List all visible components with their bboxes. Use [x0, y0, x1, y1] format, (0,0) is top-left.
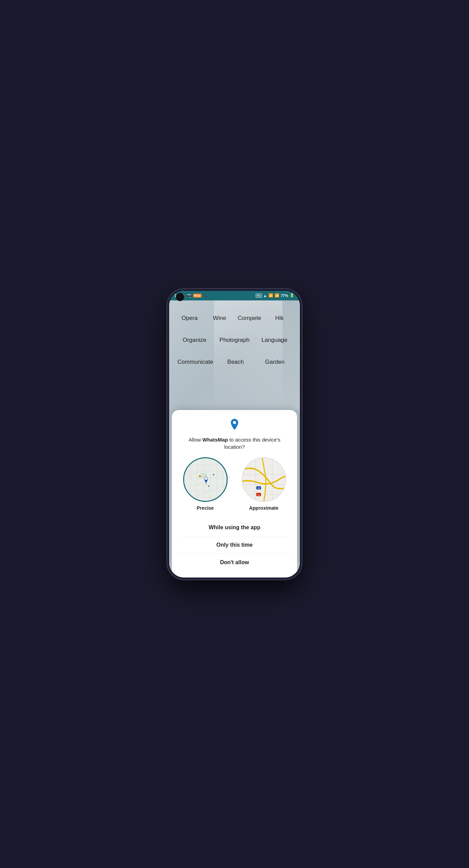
- approximate-map-svg: 10 15: [242, 458, 286, 501]
- precise-label: Precise: [197, 505, 214, 511]
- svg-point-20: [208, 485, 209, 487]
- svg-point-23: [205, 483, 207, 484]
- category-beach[interactable]: Beach: [216, 351, 255, 373]
- status-bar: 12:43 📷 W22 📞 5G ▲ 📶 📶 77% 🔋: [169, 291, 300, 300]
- phone-frame: 12:43 📷 W22 📞 5G ▲ 📶 📶 77% 🔋 Opera: [168, 289, 301, 579]
- camera-notch: [176, 293, 184, 301]
- only-this-time-button[interactable]: Only this time: [179, 536, 290, 554]
- dialog-title: Allow WhatsMap to access this device's l…: [179, 436, 290, 450]
- category-row-3: Communicate Beach Garden: [175, 351, 294, 373]
- app-icon: W22: [193, 294, 202, 298]
- while-using-app-button[interactable]: While using the app: [179, 519, 290, 536]
- battery: 77%: [281, 294, 288, 298]
- svg-text:10: 10: [257, 487, 259, 489]
- category-row-1: Opera Wine Compete Hik: [175, 307, 294, 329]
- category-compete[interactable]: Compete: [234, 307, 265, 329]
- precise-map-circle: [183, 457, 228, 502]
- approximate-map-circle: 10 15: [242, 457, 286, 502]
- location-pin-icon: [228, 418, 241, 431]
- phone-screen: 12:43 📷 W22 📞 5G ▲ 📶 📶 77% 🔋 Opera: [169, 291, 300, 578]
- category-opera[interactable]: Opera: [175, 307, 205, 329]
- signal-bars-1: 📶: [268, 293, 273, 298]
- permission-dialog: Allow WhatsMap to access this device's l…: [172, 410, 297, 578]
- map-options-container: Precise: [179, 457, 290, 511]
- category-language[interactable]: Language: [254, 329, 294, 351]
- category-organize[interactable]: Organize: [175, 329, 215, 351]
- precise-option[interactable]: Precise: [179, 457, 232, 511]
- category-communicate[interactable]: Communicate: [175, 351, 216, 373]
- approximate-label: Approximate: [249, 505, 279, 511]
- svg-text:15: 15: [257, 494, 260, 496]
- signal-bars-2: 📶: [275, 293, 279, 298]
- dont-allow-button[interactable]: Don't allow: [179, 554, 290, 571]
- camera-icon: 📷: [187, 293, 192, 298]
- status-bar-right: 5G ▲ 📶 📶 77% 🔋: [256, 293, 294, 298]
- app-name: WhatsMap: [202, 437, 228, 443]
- category-garden[interactable]: Garden: [255, 351, 294, 373]
- call-icon: 📞: [203, 293, 208, 298]
- precise-map-svg: [184, 458, 227, 501]
- approximate-option[interactable]: 10 15 Approximate: [237, 457, 290, 511]
- category-wine[interactable]: Wine: [205, 307, 235, 329]
- category-photograph[interactable]: Photograph: [215, 329, 255, 351]
- svg-point-21: [213, 474, 214, 475]
- signal-icon: ▲: [263, 294, 267, 298]
- permission-dialog-overlay: Allow WhatsMap to access this device's l…: [169, 410, 300, 578]
- category-hike[interactable]: Hik: [265, 307, 295, 329]
- svg-point-0: [233, 421, 236, 424]
- location-icon-container: [179, 418, 290, 432]
- network-type: 5G: [256, 294, 262, 298]
- svg-point-22: [205, 477, 207, 480]
- svg-point-19: [199, 475, 201, 477]
- background-app-content: Opera Wine Compete Hik Organize Photog: [169, 300, 300, 410]
- category-row-2: Organize Photograph Language: [175, 329, 294, 351]
- battery-icon: 🔋: [290, 293, 294, 298]
